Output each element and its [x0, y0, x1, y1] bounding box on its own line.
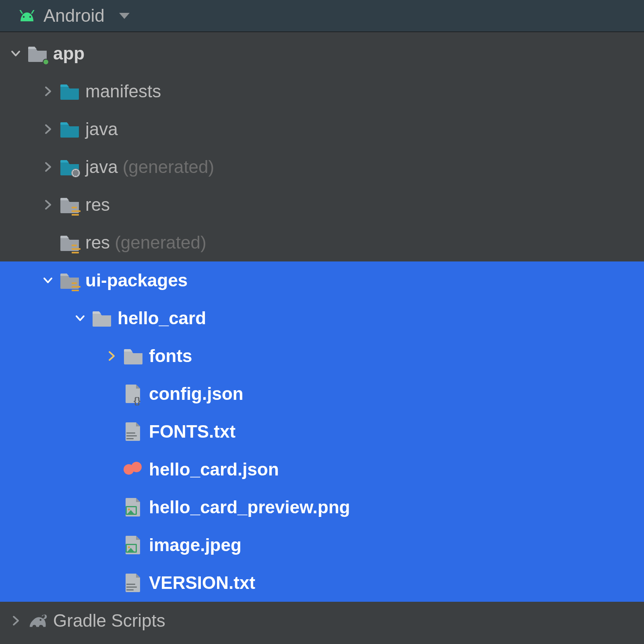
tree-node-gradle-scripts[interactable]: Gradle Scripts: [0, 602, 644, 640]
svg-line-1: [32, 10, 34, 13]
folder-icon: [60, 119, 80, 139]
resource-folder-icon: [60, 195, 80, 215]
tree-node-res[interactable]: res: [0, 186, 644, 224]
expand-icon[interactable]: [42, 275, 54, 286]
tree-label: hello_card.json: [149, 459, 279, 479]
tree-label: Gradle Scripts: [53, 611, 165, 631]
gradle-icon: [27, 611, 47, 631]
tree-node-config-json[interactable]: {} config.json: [0, 375, 644, 413]
tree-suffix: (generated): [123, 157, 214, 177]
image-file-icon: [123, 497, 143, 517]
module-folder-icon: [27, 43, 47, 64]
text-file-icon: [123, 573, 143, 593]
tree-label: hello_card: [118, 308, 206, 328]
tree-label: ui-packages: [85, 270, 188, 290]
svg-marker-4: [119, 13, 130, 19]
tree-node-java-generated[interactable]: java (generated): [0, 148, 644, 186]
project-view-header[interactable]: Android: [0, 0, 644, 32]
svg-line-0: [20, 10, 22, 13]
tree-label: app: [53, 43, 85, 64]
android-icon: [18, 9, 36, 22]
expand-icon[interactable]: [42, 200, 54, 210]
tree-label: res: [85, 195, 110, 215]
tree-node-ui-packages[interactable]: ui-packages: [0, 261, 644, 299]
tree-label: res: [85, 232, 110, 253]
project-tool-window: Android app manifests: [0, 0, 644, 644]
json-file-icon: {}: [123, 384, 143, 404]
tree-node-hello-card-json[interactable]: hello_card.json: [0, 451, 644, 488]
tree-node-image-jpeg[interactable]: image.jpeg: [0, 526, 644, 564]
folder-icon: [123, 346, 143, 366]
tree-suffix: (generated): [115, 232, 206, 253]
expand-icon[interactable]: [10, 615, 22, 626]
tree-label: java: [85, 157, 118, 177]
expand-icon[interactable]: [42, 162, 54, 172]
tree-node-preview-png[interactable]: hello_card_preview.png: [0, 488, 644, 526]
expand-icon[interactable]: [74, 313, 86, 323]
resource-folder-icon: [60, 270, 80, 290]
image-file-icon: [123, 535, 143, 555]
tree-node-res-generated[interactable]: res (generated): [0, 224, 644, 261]
svg-point-9: [39, 619, 41, 621]
project-tree: app manifests java: [0, 32, 644, 644]
folder-icon: [92, 308, 112, 328]
folder-icon: [60, 81, 80, 101]
expand-icon[interactable]: [42, 86, 54, 97]
tree-node-fonts-txt[interactable]: FONTS.txt: [0, 413, 644, 451]
expand-icon[interactable]: [105, 351, 118, 361]
relay-file-icon: [123, 459, 143, 479]
tree-label: FONTS.txt: [149, 422, 235, 442]
text-file-icon: [123, 422, 143, 442]
tree-label: manifests: [85, 81, 161, 101]
tree-node-java[interactable]: java: [0, 110, 644, 148]
resource-folder-icon: [60, 232, 80, 253]
expand-icon[interactable]: [10, 48, 22, 59]
tree-label: image.jpeg: [149, 535, 242, 555]
tree-label: VERSION.txt: [149, 573, 255, 593]
tree-node-version-txt[interactable]: VERSION.txt: [0, 564, 644, 602]
svg-point-8: [131, 462, 142, 472]
svg-text:{}: {}: [134, 396, 141, 405]
tree-node-app[interactable]: app: [0, 35, 644, 72]
chevron-down-icon[interactable]: [118, 12, 130, 20]
expand-icon[interactable]: [42, 124, 54, 134]
tree-label: fonts: [149, 346, 192, 366]
tree-label: java: [85, 119, 118, 139]
svg-point-2: [23, 16, 25, 18]
tree-node-fonts[interactable]: fonts: [0, 337, 644, 375]
generated-folder-icon: [60, 157, 80, 177]
project-view-title: Android: [43, 6, 105, 26]
svg-point-3: [29, 16, 31, 18]
tree-label: hello_card_preview.png: [149, 497, 350, 517]
tree-label: config.json: [149, 384, 244, 404]
tree-node-manifests[interactable]: manifests: [0, 72, 644, 110]
tree-node-hello-card[interactable]: hello_card: [0, 299, 644, 337]
